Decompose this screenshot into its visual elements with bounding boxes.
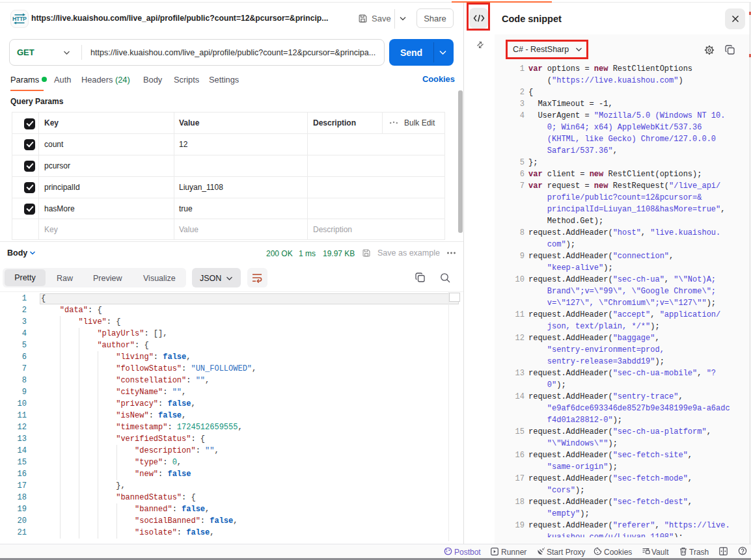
svg-text:HTTP: HTTP (12, 16, 27, 22)
